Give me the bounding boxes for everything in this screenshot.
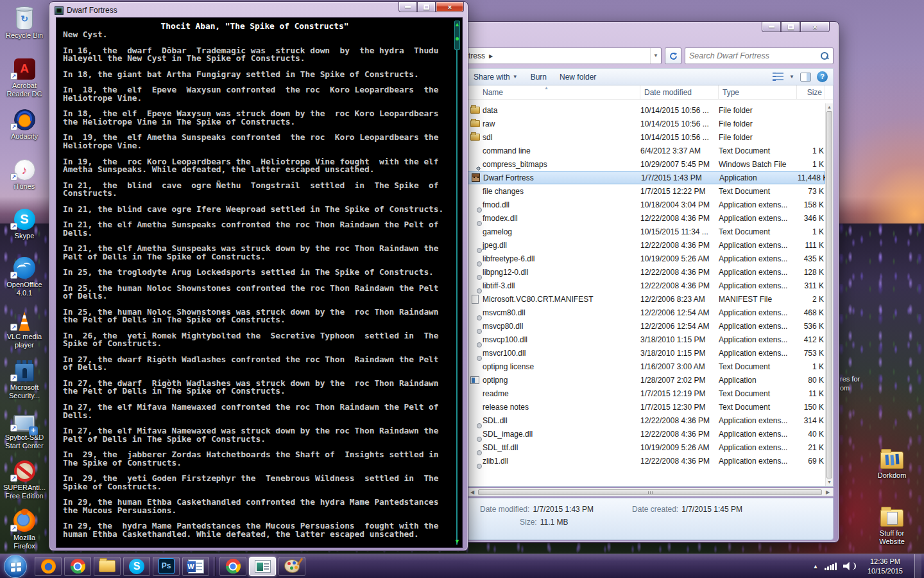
file-row[interactable]: SDL_image.dll12/22/2008 4:36 PMApplicati…: [467, 427, 825, 441]
address-dropdown-icon[interactable]: ▼: [650, 48, 661, 64]
file-row[interactable]: Microsoft.VC80.CRT.MANIFEST12/2/2006 8:2…: [467, 292, 825, 306]
change-view-icon[interactable]: [773, 73, 783, 81]
minimize-button[interactable]: [398, 2, 417, 12]
scroll-left-icon[interactable]: ◀: [467, 489, 477, 495]
file-row[interactable]: libfreetype-6.dll10/19/2009 5:26 AMAppli…: [467, 252, 825, 265]
desktop-icon-recycle-bin[interactable]: ↻Recycle Bin: [0, 5, 49, 40]
taskbar-skype-button[interactable]: S: [123, 557, 150, 576]
taskbar-chrome-button[interactable]: [219, 557, 246, 576]
file-row[interactable]: SDL_ttf.dll10/19/2009 5:26 AMApplication…: [467, 441, 825, 454]
search-icon[interactable]: [820, 51, 829, 60]
start-button[interactable]: [4, 555, 27, 578]
maximize-button[interactable]: [417, 2, 436, 12]
share-with-button[interactable]: Share with ▼: [467, 69, 524, 85]
file-row[interactable]: jpeg.dll12/22/2008 4:36 PMApplication ex…: [467, 238, 825, 252]
file-type: Text Document: [719, 389, 797, 398]
desktop-icon-vlc[interactable]: ↗VLC media player: [0, 306, 49, 349]
file-date-modified: 10/19/2009 5:26 AM: [640, 254, 719, 263]
file-row[interactable]: compress_bitmaps10/29/2007 5:45 PMWindow…: [467, 157, 825, 171]
file-row[interactable]: sdl10/14/2015 10:56 ...File folder: [467, 130, 825, 144]
desktop-icon-spybot[interactable]: ↗Spybot-S&D Start Center: [0, 407, 49, 450]
desktop-icon-firefox[interactable]: ↗Mozilla Firefox: [0, 507, 49, 550]
desktop-icon-dorkdom[interactable]: Dorkdom: [868, 445, 916, 480]
desktop-icon-audacity[interactable]: ↗Audacity: [0, 106, 49, 141]
file-row[interactable]: readme1/7/2015 12:19 PMText Document11 K: [467, 387, 825, 400]
console-area[interactable]: Thocit Aban, "The Spike of Constructs" N…: [56, 17, 463, 548]
desktop-icon-openoffice[interactable]: ↗OpenOffice 4.0.1: [0, 254, 49, 297]
file-row[interactable]: gamelog10/15/2015 11:34 ...Text Document…: [467, 225, 825, 238]
file-row[interactable]: release notes1/7/2015 12:30 PMText Docum…: [467, 400, 825, 414]
desktop-icon-acrobat-reader[interactable]: A↗Acrobat Reader DC: [0, 55, 49, 98]
clock[interactable]: 12:36 PM 10/15/2015: [862, 557, 908, 575]
close-button[interactable]: ×: [436, 2, 464, 12]
desktop-icon-itunes[interactable]: ♪↗iTunes: [0, 156, 49, 191]
file-row[interactable]: Dwarf Fortress1/7/2015 1:43 PMApplicatio…: [467, 171, 825, 184]
scroll-down-icon[interactable]: ▼: [454, 538, 460, 545]
column-header-date-modified[interactable]: Date modified: [640, 85, 719, 99]
desktop-icon-skype[interactable]: S↗Skype: [0, 206, 49, 240]
horizontal-scrollbar[interactable]: ◀ ▶: [466, 488, 834, 496]
scroll-down-icon[interactable]: ▼: [826, 478, 833, 486]
taskbar-firefox-button[interactable]: [35, 557, 62, 576]
help-icon[interactable]: ?: [817, 71, 828, 82]
scroll-right-icon[interactable]: ▶: [823, 489, 833, 495]
file-row[interactable]: optipng license1/16/2007 3:00 AMText Doc…: [467, 360, 825, 373]
file-row[interactable]: data10/14/2015 10:56 ...File folder: [467, 103, 825, 117]
desktop-icon-stuff-for[interactable]: Stuff for Website: [868, 503, 916, 546]
close-button[interactable]: ×: [800, 22, 830, 32]
column-header-size[interactable]: Size: [797, 85, 825, 99]
file-size: 311 K: [797, 281, 824, 290]
title-bar[interactable]: Dwarf Fortress: [55, 4, 391, 17]
console-scrollbar[interactable]: ▲ ▼: [454, 21, 460, 545]
preview-pane-icon[interactable]: [800, 73, 811, 82]
file-row[interactable]: msvcp80.dll12/2/2006 12:54 AMApplication…: [467, 319, 825, 333]
file-row[interactable]: zlib1.dll12/22/2008 4:36 PMApplication e…: [467, 454, 825, 468]
taskbar-chrome-button[interactable]: [64, 557, 91, 576]
vertical-scrollbar[interactable]: ▲ ▼: [825, 103, 833, 486]
file-row[interactable]: SDL.dll12/22/2008 4:36 PMApplication ext…: [467, 414, 825, 427]
breadcrumb[interactable]: tress ▶ ▼: [466, 48, 662, 64]
volume-icon[interactable]: [843, 562, 856, 570]
file-size: 150 K: [797, 403, 824, 412]
taskbar-photoshop-button[interactable]: Ps: [153, 557, 180, 576]
new-folder-button[interactable]: New folder: [553, 69, 603, 85]
desktop-icon-superantispyware[interactable]: ↗SUPERAnti... Free Edition: [0, 457, 49, 500]
column-header-type[interactable]: Type: [719, 85, 797, 99]
file-row[interactable]: optipng1/28/2007 2:02 PMApplication80 K: [467, 373, 825, 387]
desktop-icon-microsoft-security[interactable]: ↗Microsoft Security...: [0, 357, 49, 400]
burn-button[interactable]: Burn: [524, 69, 553, 85]
horizontal-scroll-thumb[interactable]: [478, 489, 822, 495]
maximize-button[interactable]: [781, 22, 800, 32]
skype-icon: S: [129, 559, 144, 574]
shortcut-arrow-icon: ↗: [10, 475, 17, 482]
vertical-scroll-thumb[interactable]: [826, 111, 832, 478]
network-signal-icon[interactable]: [825, 562, 837, 570]
column-header-name[interactable]: Name ▲: [467, 85, 640, 99]
file-row[interactable]: msvcm80.dll12/2/2006 12:54 AMApplication…: [467, 306, 825, 319]
show-desktop-button[interactable]: [914, 554, 921, 578]
refresh-button[interactable]: [665, 48, 681, 64]
file-row[interactable]: command line6/4/2012 3:37 AMText Documen…: [467, 144, 825, 157]
file-name: Dwarf Fortress: [483, 173, 641, 182]
file-row[interactable]: fmodex.dll12/22/2008 4:36 PMApplication …: [467, 211, 825, 225]
scroll-up-icon[interactable]: ▲: [826, 103, 833, 111]
minimize-button[interactable]: [762, 22, 781, 32]
taskbar-dwarf-fortress-button[interactable]: [249, 557, 276, 576]
file-row[interactable]: libpng12-0.dll12/22/2008 4:36 PMApplicat…: [467, 265, 825, 279]
file-row[interactable]: fmod.dll10/18/2004 3:04 PMApplication ex…: [467, 198, 825, 211]
file-row[interactable]: raw10/14/2015 10:56 ...File folder: [467, 117, 825, 130]
taskbar-paint-button[interactable]: [278, 557, 305, 576]
file-row[interactable]: msvcr100.dll3/18/2010 1:15 PMApplication…: [467, 346, 825, 360]
file-row[interactable]: msvcp100.dll3/18/2010 1:15 PMApplication…: [467, 333, 825, 346]
file-row[interactable]: file changes1/7/2015 12:22 PMText Docume…: [467, 184, 825, 198]
taskbar-word-button[interactable]: [182, 557, 209, 576]
view-chevron-down-icon[interactable]: ▼: [789, 74, 794, 80]
taskbar-explorer-button[interactable]: [94, 557, 121, 576]
hidden-icons-chevron-icon[interactable]: ▲: [813, 563, 819, 570]
search-input[interactable]: Search Dwarf Fortress: [685, 48, 834, 64]
file-date-modified: 1/16/2007 3:00 AM: [640, 362, 719, 371]
explorer-caption-buttons: ×: [762, 22, 830, 32]
file-row[interactable]: libtiff-3.dll12/22/2008 4:36 PMApplicati…: [467, 279, 825, 292]
scroll-up-icon[interactable]: ▲: [454, 21, 460, 28]
file-size: 158 K: [797, 200, 824, 209]
